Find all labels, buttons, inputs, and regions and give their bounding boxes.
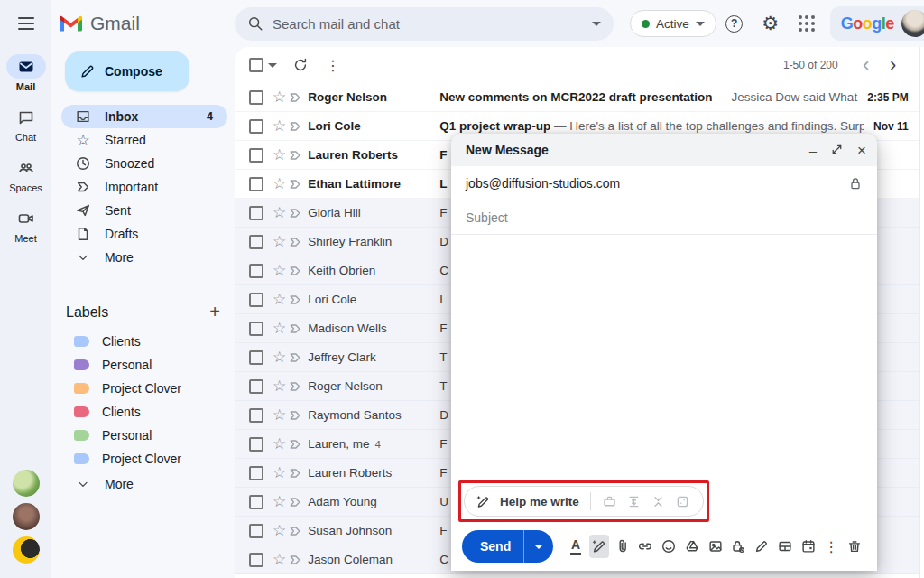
older-page-button[interactable]: › (882, 55, 905, 75)
select-caret-icon[interactable] (268, 63, 277, 68)
label-item[interactable]: Personal (61, 424, 235, 447)
contact-avatar-3[interactable] (13, 536, 40, 564)
star-icon[interactable]: ☆ (273, 176, 286, 191)
apps-grid-button[interactable] (789, 5, 825, 42)
row-checkbox[interactable] (249, 379, 263, 394)
sidebar-item-important[interactable]: Important (61, 175, 227, 199)
row-checkbox[interactable] (249, 437, 263, 452)
search-bar[interactable]: Search mail and chat (235, 7, 614, 41)
label-item[interactable]: Clients (61, 400, 235, 424)
row-checkbox[interactable] (249, 148, 263, 163)
star-icon[interactable]: ☆ (273, 465, 286, 480)
label-item[interactable]: Personal (61, 353, 235, 377)
shorten-icon[interactable] (651, 494, 666, 509)
important-marker-icon[interactable] (288, 524, 302, 538)
rail-item-meet[interactable]: Meet (6, 206, 46, 244)
star-icon[interactable]: ☆ (273, 350, 286, 365)
contact-avatar-1[interactable] (13, 470, 40, 497)
formatting-options-button[interactable]: A (566, 535, 586, 558)
compose-header[interactable]: New Message – × (451, 134, 877, 166)
star-icon[interactable]: ☆ (273, 234, 286, 249)
star-icon[interactable]: ☆ (273, 552, 286, 567)
important-marker-icon[interactable] (288, 553, 302, 567)
discard-draft-button[interactable] (845, 535, 864, 558)
sidebar-item-drafts[interactable]: Drafts (61, 222, 227, 246)
star-icon[interactable]: ☆ (273, 321, 286, 336)
attach-file-button[interactable] (613, 535, 633, 558)
schedule-meeting-button[interactable] (799, 535, 818, 558)
row-checkbox[interactable] (249, 466, 263, 480)
newer-page-button[interactable]: ‹ (855, 55, 878, 75)
create-label-button[interactable]: + (209, 302, 220, 322)
send-button[interactable]: Send (462, 530, 553, 563)
more-compose-options-button[interactable]: ⋮ (821, 535, 841, 558)
important-marker-icon[interactable] (288, 293, 302, 307)
star-icon[interactable]: ☆ (273, 292, 286, 307)
message-body[interactable] (451, 235, 877, 480)
important-marker-icon[interactable] (288, 235, 302, 249)
important-marker-icon[interactable] (288, 379, 302, 394)
important-marker-icon[interactable] (288, 119, 302, 134)
sidebar-item-inbox[interactable]: Inbox 4 (61, 105, 227, 128)
send-options-caret-icon[interactable] (523, 530, 553, 563)
star-icon[interactable]: ☆ (273, 263, 286, 278)
compose-button[interactable]: Compose (65, 51, 189, 91)
subject-field[interactable]: Subject (451, 200, 877, 235)
rail-item-spaces[interactable]: Spaces (6, 155, 46, 193)
insert-emoji-button[interactable] (659, 535, 679, 558)
search-options-caret-icon[interactable] (592, 22, 601, 26)
drive-button[interactable] (682, 535, 702, 558)
layouts-button[interactable] (775, 535, 795, 558)
profile-avatar[interactable] (901, 10, 924, 37)
important-marker-icon[interactable] (288, 437, 302, 452)
star-icon[interactable]: ☆ (273, 205, 286, 220)
star-icon[interactable]: ☆ (273, 118, 286, 134)
label-item[interactable]: Project Clover (61, 447, 235, 471)
row-checkbox[interactable] (249, 235, 263, 249)
row-checkbox[interactable] (249, 553, 263, 567)
rail-item-chat[interactable]: Chat (6, 105, 46, 143)
feeling-lucky-dice-icon[interactable] (675, 494, 690, 509)
label-item[interactable]: Clients (61, 330, 235, 353)
minimize-icon[interactable]: – (809, 144, 817, 157)
important-marker-icon[interactable] (288, 408, 302, 423)
row-checkbox[interactable] (249, 90, 263, 105)
star-icon[interactable]: ☆ (273, 523, 286, 538)
more-options-button[interactable]: ⋮ (317, 49, 349, 81)
important-marker-icon[interactable] (288, 177, 302, 191)
sidebar-item-starred[interactable]: ☆ Starred (61, 128, 227, 152)
star-icon[interactable]: ☆ (273, 494, 286, 509)
insert-link-button[interactable] (635, 535, 655, 558)
recipients-field[interactable]: jobs@diffusion-studios.com (451, 166, 877, 200)
google-account-chip[interactable]: Google (830, 6, 924, 41)
labels-more[interactable]: More (61, 472, 227, 496)
help-button[interactable]: ? (716, 5, 753, 42)
help-me-write-chip[interactable]: Help me write (464, 486, 704, 517)
important-marker-icon[interactable] (288, 264, 302, 278)
help-me-write-button[interactable] (589, 535, 609, 558)
email-row[interactable]: ☆ Roger Nelson New comments on MCR2022 d… (235, 83, 919, 112)
refresh-button[interactable] (284, 49, 317, 81)
star-icon[interactable]: ☆ (273, 89, 286, 105)
star-icon[interactable]: ☆ (273, 436, 286, 452)
row-checkbox[interactable] (249, 495, 263, 509)
row-checkbox[interactable] (249, 408, 263, 423)
row-checkbox[interactable] (249, 177, 263, 191)
row-checkbox[interactable] (249, 350, 263, 365)
main-menu-button[interactable] (8, 5, 44, 42)
contact-avatar-2[interactable] (13, 503, 40, 530)
row-checkbox[interactable] (249, 264, 263, 278)
important-marker-icon[interactable] (288, 350, 302, 365)
close-icon[interactable]: × (857, 143, 866, 158)
settings-button[interactable]: ⚙ (753, 5, 789, 42)
important-marker-icon[interactable] (288, 322, 302, 336)
status-selector[interactable]: Active (630, 10, 716, 37)
sidebar-item-more[interactable]: More (61, 246, 227, 269)
confidential-mode-button[interactable] (728, 535, 748, 558)
elaborate-icon[interactable] (626, 494, 642, 509)
formalize-icon[interactable] (602, 494, 617, 509)
important-marker-icon[interactable] (288, 495, 302, 509)
select-all-checkbox[interactable] (249, 58, 263, 72)
sidebar-item-sent[interactable]: Sent (61, 199, 227, 222)
important-marker-icon[interactable] (288, 206, 302, 220)
